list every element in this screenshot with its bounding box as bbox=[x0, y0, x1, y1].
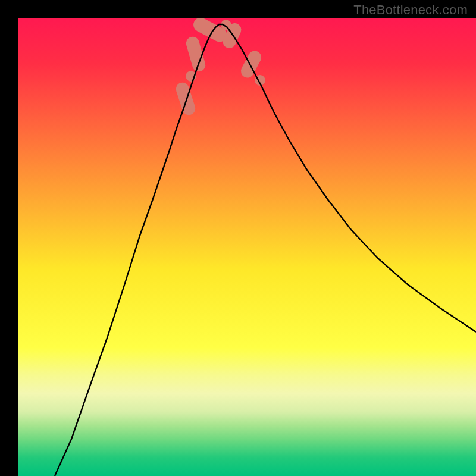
gradient-background bbox=[18, 18, 476, 476]
bottleneck-chart bbox=[0, 0, 476, 476]
watermark-text: TheBottleneck.com bbox=[353, 2, 468, 18]
chart-frame: { "watermark": "TheBottleneck.com", "cha… bbox=[0, 0, 476, 476]
